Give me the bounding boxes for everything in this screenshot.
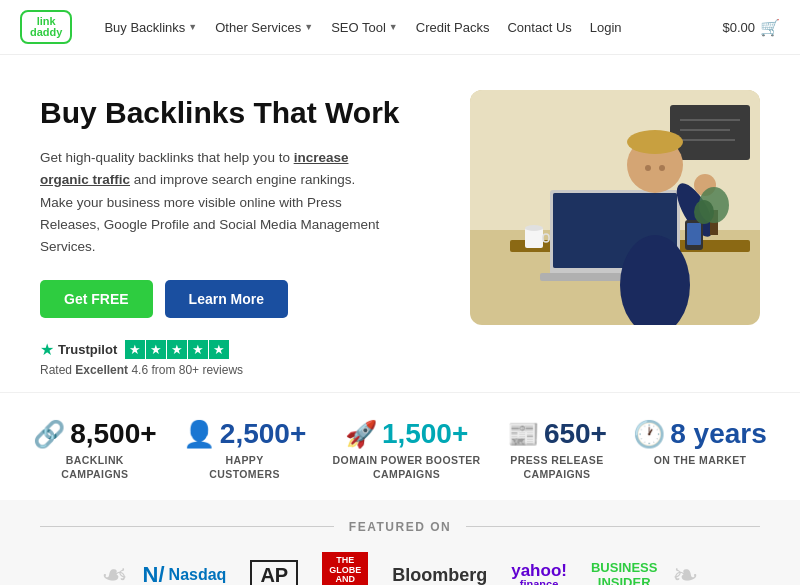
stat-backlinks: 🔗 8,500+ BACKLINKCAMPAIGNS: [33, 418, 156, 481]
divider-right: [466, 526, 760, 527]
svg-point-25: [694, 200, 714, 224]
bloomberg-logo: Bloomberg: [392, 565, 487, 585]
svg-point-13: [627, 130, 683, 154]
hero-section: Buy Backlinks That Work Get high-quality…: [0, 55, 800, 392]
svg-point-16: [645, 165, 651, 171]
svg-rect-2: [670, 105, 750, 160]
cart-button[interactable]: $0.00 🛒: [722, 18, 780, 37]
link-icon: 🔗: [33, 419, 65, 450]
stat-press-number: 650+: [544, 418, 607, 450]
ap-logo: AP: [250, 560, 298, 585]
featured-section: FEATURED ON ❧ N/ Nasdaq AP THE GLOBE AND…: [0, 500, 800, 585]
stat-domain-number: 1,500+: [382, 418, 468, 450]
newspaper-icon: 📰: [507, 419, 539, 450]
divider-left: [40, 526, 334, 527]
users-icon: 👤: [183, 419, 215, 450]
cart-price: $0.00: [722, 20, 755, 35]
star-5: ★: [209, 340, 229, 359]
star-3: ★: [167, 340, 187, 359]
stat-customers-label: HAPPYCUSTOMERS: [209, 454, 280, 481]
chevron-down-icon: ▼: [389, 22, 398, 32]
stat-customers-number: 2,500+: [220, 418, 306, 450]
hero-image: [470, 90, 760, 325]
star-4: ★: [188, 340, 208, 359]
featured-logos-row: ❧ N/ Nasdaq AP THE GLOBE AND MAIL Bloomb…: [40, 552, 760, 585]
yahoo-finance-logo: yahoo! finance: [511, 561, 567, 585]
chevron-down-icon: ▼: [188, 22, 197, 32]
stats-section: 🔗 8,500+ BACKLINKCAMPAIGNS 👤 2,500+ HAPP…: [0, 392, 800, 499]
svg-point-17: [659, 165, 665, 171]
cart-icon: 🛒: [760, 18, 780, 37]
featured-divider: FEATURED ON: [40, 520, 760, 534]
nav-item-backlinks[interactable]: Buy Backlinks ▼: [96, 14, 205, 41]
stat-years: 🕐 8 years ON THE MARKET: [633, 418, 767, 468]
trustpilot-stars: ★ ★ ★ ★ ★: [125, 340, 229, 359]
stat-years-label: ON THE MARKET: [654, 454, 747, 468]
hero-title: Buy Backlinks That Work: [40, 95, 445, 131]
hero-buttons: Get FREE Learn More: [40, 280, 445, 318]
trustpilot-rating-text: Rated Excellent 4.6 from 80+ reviews: [40, 363, 445, 377]
hero-illustration: [470, 90, 760, 325]
hero-description: Get high-quality backlinks that help you…: [40, 147, 380, 258]
stat-domain-booster: 🚀 1,500+ DOMAIN POWER BOOSTERCAMPAIGNS: [333, 418, 481, 481]
clock-icon: 🕐: [633, 419, 665, 450]
chevron-down-icon: ▼: [304, 22, 313, 32]
trustpilot-logo: ★ Trustpilot: [40, 340, 117, 359]
nav-links: Buy Backlinks ▼ Other Services ▼ SEO Too…: [96, 14, 722, 41]
trustpilot-widget: ★ Trustpilot ★ ★ ★ ★ ★ Rated Excellent 4…: [40, 340, 445, 377]
logo-bottom: daddy: [30, 27, 62, 38]
nav-item-other-services[interactable]: Other Services ▼: [207, 14, 321, 41]
stat-customers: 👤 2,500+ HAPPYCUSTOMERS: [183, 418, 306, 481]
svg-point-21: [525, 225, 543, 231]
nav-item-credit-packs[interactable]: Credit Packs: [408, 14, 498, 41]
rocket-icon: 🚀: [345, 419, 377, 450]
stat-backlinks-label: BACKLINKCAMPAIGNS: [61, 454, 128, 481]
learn-more-button[interactable]: Learn More: [165, 280, 288, 318]
nav-item-contact[interactable]: Contact Us: [499, 14, 579, 41]
navbar: link daddy Buy Backlinks ▼ Other Service…: [0, 0, 800, 55]
laurel-left-icon: ❧: [101, 556, 128, 585]
hero-content: Buy Backlinks That Work Get high-quality…: [40, 90, 445, 377]
get-free-button[interactable]: Get FREE: [40, 280, 153, 318]
stat-years-number: 8 years: [670, 418, 767, 450]
featured-label: FEATURED ON: [349, 520, 451, 534]
stat-press-label: PRESS RELEASECAMPAIGNS: [510, 454, 603, 481]
stat-backlinks-number: 8,500+: [70, 418, 156, 450]
nav-item-login[interactable]: Login: [582, 14, 630, 41]
stat-domain-label: DOMAIN POWER BOOSTERCAMPAIGNS: [333, 454, 481, 481]
business-insider-logo: BUSINESS INSIDER: [591, 560, 657, 585]
nav-item-seo-tool[interactable]: SEO Tool ▼: [323, 14, 406, 41]
logo[interactable]: link daddy: [20, 10, 72, 44]
star-2: ★: [146, 340, 166, 359]
stat-press-release: 📰 650+ PRESS RELEASECAMPAIGNS: [507, 418, 607, 481]
globe-mail-logo: THE GLOBE AND MAIL: [322, 552, 368, 585]
svg-rect-19: [687, 223, 701, 245]
nasdaq-logo: N/ Nasdaq: [143, 562, 227, 585]
star-1: ★: [125, 340, 145, 359]
laurel-right-icon: ❧: [672, 556, 699, 585]
brand-logos: N/ Nasdaq AP THE GLOBE AND MAIL Bloomber…: [143, 552, 658, 585]
